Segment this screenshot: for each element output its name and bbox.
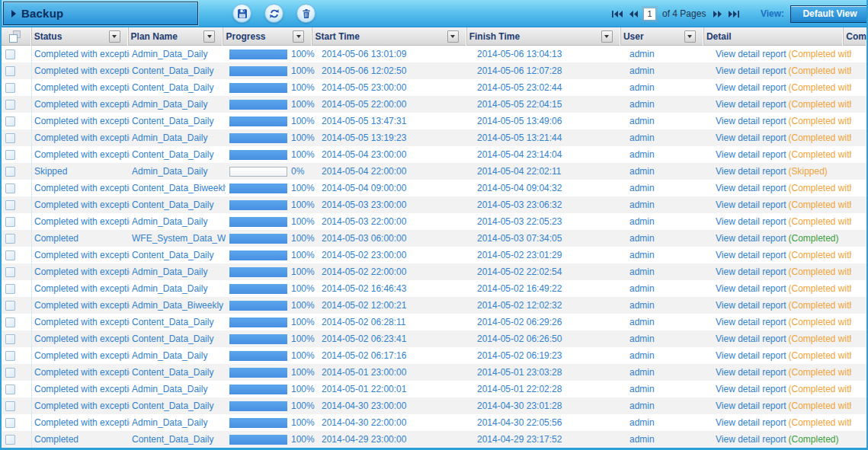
view-detail-report-link[interactable]: View detail report [716, 65, 786, 76]
detail-status-label: (Completed with ... [789, 99, 852, 110]
column-header-progress: Progress [223, 27, 312, 46]
row-checkbox[interactable] [5, 133, 15, 143]
column-filter-button[interactable] [109, 30, 120, 43]
view-detail-report-link[interactable]: View detail report [716, 417, 786, 428]
row-checkbox[interactable] [5, 234, 15, 244]
chevron-down-icon [207, 35, 212, 38]
plan-name-cell: Content_Data_Daily [130, 146, 226, 163]
status-cell: Completed with exception [32, 347, 130, 364]
user-cell: admin [626, 146, 710, 163]
row-checkbox[interactable] [5, 217, 15, 227]
view-detail-report-link[interactable]: View detail report [716, 49, 786, 59]
row-checkbox[interactable] [5, 318, 15, 327]
last-page-icon [728, 11, 739, 18]
view-detail-report-link[interactable]: View detail report [716, 216, 786, 227]
row-checkbox[interactable] [5, 301, 15, 311]
row-checkbox[interactable] [5, 267, 15, 277]
row-checkbox[interactable] [5, 100, 15, 110]
view-dropdown[interactable]: Default View [790, 5, 868, 23]
view-detail-report-link[interactable]: View detail report [716, 300, 786, 311]
column-filter-button[interactable] [203, 30, 215, 43]
column-filter-button[interactable] [447, 30, 459, 43]
first-page-button[interactable] [611, 11, 624, 18]
row-checkbox[interactable] [5, 368, 15, 378]
detail-cell: View detail report (Completed with ... [710, 146, 851, 163]
view-detail-report-link[interactable]: View detail report [716, 334, 786, 344]
row-checkbox[interactable] [5, 385, 15, 394]
row-checkbox[interactable] [5, 66, 15, 76]
row-checkbox[interactable] [5, 418, 15, 428]
view-detail-report-link[interactable]: View detail report [716, 384, 786, 394]
view-detail-report-link[interactable]: View detail report [716, 317, 786, 327]
page-number-input[interactable] [643, 8, 656, 21]
view-detail-report-link[interactable]: View detail report [716, 401, 786, 411]
view-detail-report-link[interactable]: View detail report [716, 116, 786, 126]
view-detail-report-link[interactable]: View detail report [716, 283, 786, 294]
row-checkbox[interactable] [5, 435, 15, 445]
detail-cell: View detail report (Skipped) [710, 163, 851, 180]
view-detail-report-link[interactable]: View detail report [716, 266, 786, 277]
next-page-button[interactable] [712, 11, 723, 18]
view-detail-report-link[interactable]: View detail report [716, 82, 786, 93]
view-detail-report-link[interactable]: View detail report [716, 166, 786, 177]
finish-time-cell: 2014-05-02 22:02:54 [471, 263, 626, 280]
view-detail-report-link[interactable]: View detail report [716, 350, 786, 361]
comment-cell [851, 113, 866, 129]
row-checkbox[interactable] [5, 184, 15, 193]
user-cell: admin [626, 280, 710, 297]
detail-cell: View detail report (Completed with ... [710, 113, 851, 129]
start-time-cell: 2014-04-30 22:00:00 [315, 414, 471, 431]
status-cell: Completed with exception [32, 129, 130, 146]
row-checkbox[interactable] [5, 401, 15, 411]
row-checkbox[interactable] [5, 83, 15, 93]
row-checkbox-cell [2, 113, 32, 129]
detail-cell: View detail report (Completed with ... [710, 196, 851, 213]
row-checkbox[interactable] [5, 150, 15, 160]
row-checkbox[interactable] [5, 200, 15, 210]
progress-bar-track [229, 150, 287, 160]
view-detail-report-link[interactable]: View detail report [716, 250, 786, 260]
status-cell: Completed with exception [32, 146, 130, 163]
detail-status-label: (Completed with ... [789, 216, 852, 227]
refresh-button[interactable] [264, 4, 283, 23]
view-detail-report-link[interactable]: View detail report [716, 132, 786, 143]
view-detail-report-link[interactable]: View detail report [716, 99, 786, 110]
previous-page-button[interactable] [628, 11, 639, 18]
finish-time-cell: 2014-05-02 06:26:50 [471, 330, 626, 347]
column-filter-button[interactable] [601, 30, 613, 43]
detail-status-label: (Completed with ... [789, 300, 852, 311]
view-detail-report-link[interactable]: View detail report [716, 367, 786, 378]
comment-cell [851, 381, 866, 397]
view-detail-report-link[interactable]: View detail report [716, 199, 786, 210]
row-checkbox[interactable] [5, 167, 15, 177]
progress-percent-label: 100% [291, 233, 315, 244]
user-cell: admin [626, 431, 710, 448]
row-checkbox[interactable] [5, 284, 15, 294]
save-button[interactable] [232, 4, 251, 23]
row-checkbox[interactable] [5, 351, 15, 361]
finish-time-cell: 2014-05-05 23:02:44 [471, 79, 626, 96]
row-checkbox[interactable] [5, 49, 15, 59]
backup-title-tab[interactable]: Backup [3, 2, 198, 25]
progress-cell: 100% [226, 397, 315, 414]
row-checkbox[interactable] [5, 334, 15, 344]
view-detail-report-link[interactable]: View detail report [716, 149, 786, 160]
delete-button[interactable] [296, 4, 315, 23]
finish-time-cell: 2014-05-05 22:04:15 [471, 96, 626, 113]
comment-cell [851, 364, 866, 381]
select-all-icon[interactable] [8, 30, 24, 43]
view-detail-report-link[interactable]: View detail report [716, 434, 786, 445]
view-detail-report-link[interactable]: View detail report [716, 233, 786, 244]
finish-time-cell: 2014-05-04 23:14:04 [471, 146, 626, 163]
view-detail-report-link[interactable]: View detail report [716, 183, 786, 193]
progress-cell: 100% [226, 314, 315, 330]
row-checkbox[interactable] [5, 116, 15, 126]
detail-status-label: (Completed with ... [789, 417, 852, 428]
last-page-button[interactable] [727, 11, 740, 18]
row-checkbox[interactable] [5, 251, 15, 260]
table-row: Completed with exception Admin_Data_Dail… [2, 381, 866, 397]
column-filter-button[interactable] [293, 30, 304, 43]
column-label: Plan Name [131, 31, 178, 42]
column-filter-button[interactable] [684, 30, 696, 43]
progress-percent-label: 100% [291, 49, 315, 59]
